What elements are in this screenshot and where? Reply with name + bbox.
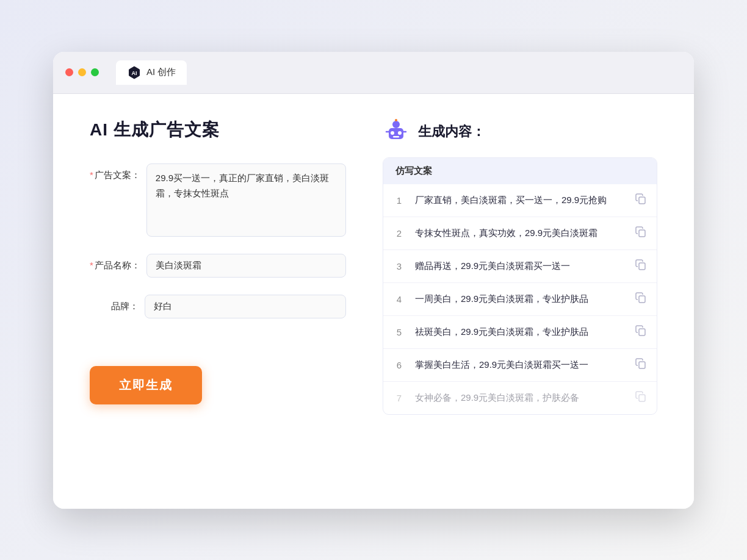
browser-titlebar: AI AI 创作 [53,52,694,94]
svg-rect-17 [639,395,645,401]
ad-required-star: * [90,170,93,180]
close-button[interactable] [65,68,73,76]
row-text: 赠品再送，29.9元美白淡斑霜买一送一 [415,259,625,273]
table-row: 3赠品再送，29.9元美白淡斑霜买一送一 [383,250,657,283]
svg-rect-16 [639,362,645,368]
row-text: 掌握美白生活，29.9元美白淡斑霜买一送一 [415,358,625,372]
ai-tab-icon: AI [127,65,142,80]
row-number: 2 [393,228,405,239]
svg-point-5 [398,131,402,135]
row-number: 5 [393,327,405,337]
row-number: 3 [393,261,405,271]
copy-icon[interactable] [635,292,647,307]
robot-icon [383,118,410,145]
minimize-button[interactable] [78,68,86,76]
table-row: 6掌握美白生活，29.9元美白淡斑霜买一送一 [383,349,657,382]
right-panel: 生成内容： 仿写文案 1厂家直销，美白淡斑霜，买一送一，29.9元抢购 2专抹女… [383,118,657,484]
left-panel: AI 生成广告文案 *广告文案： 29.9买一送一，真正的厂家直销，美白淡斑霜，… [90,118,346,484]
result-table: 仿写文案 1厂家直销，美白淡斑霜，买一送一，29.9元抢购 2专抹女性斑点，真实… [383,157,657,415]
product-name-label: *产品名称： [90,254,140,271]
row-number: 4 [393,294,405,304]
svg-text:AI: AI [132,70,137,76]
copy-icon[interactable] [635,259,647,274]
svg-rect-6 [393,136,399,138]
table-row: 5祛斑美白，29.9元美白淡斑霜，专业护肤品 [383,316,657,349]
svg-point-4 [391,131,394,135]
table-row: 1厂家直销，美白淡斑霜，买一送一，29.9元抢购 [383,184,657,217]
result-title: 生成内容： [418,123,485,141]
browser-content: AI 生成广告文案 *广告文案： 29.9买一送一，真正的厂家直销，美白淡斑霜，… [53,94,694,509]
row-number: 6 [393,360,405,370]
traffic-lights [65,68,99,76]
tab-label: AI 创作 [146,66,176,78]
table-row: 7女神必备，29.9元美白淡斑霜，护肤必备 [383,382,657,414]
svg-rect-14 [639,296,645,303]
copy-icon[interactable] [635,193,647,208]
product-name-input[interactable] [146,254,346,278]
generate-button[interactable]: 立即生成 [90,366,202,404]
svg-point-8 [395,119,397,121]
result-rows-container: 1厂家直销，美白淡斑霜，买一送一，29.9元抢购 2专抹女性斑点，真实功效，29… [383,184,657,414]
result-header: 生成内容： [383,118,657,145]
row-text: 祛斑美白，29.9元美白淡斑霜，专业护肤品 [415,325,625,339]
browser-window: AI AI 创作 AI 生成广告文案 *广告文案： 29.9买一送一，真正的厂家… [53,52,694,509]
row-text: 一周美白，29.9元美白淡斑霜，专业护肤品 [415,292,625,306]
result-table-header: 仿写文案 [383,158,657,184]
product-name-group: *产品名称： [90,254,346,278]
brand-input[interactable] [145,295,346,318]
product-required-star: * [90,260,93,270]
brand-group: 品牌： [90,295,346,318]
ai-tab[interactable]: AI AI 创作 [116,60,187,85]
brand-label: 品牌： [90,295,139,312]
row-number: 7 [393,393,405,403]
page-title: AI 生成广告文案 [90,118,346,142]
svg-rect-11 [639,197,645,204]
row-text: 女神必备，29.9元美白淡斑霜，护肤必备 [415,391,625,405]
row-number: 1 [393,195,405,206]
svg-rect-12 [639,230,645,237]
copy-icon[interactable] [635,390,647,406]
maximize-button[interactable] [91,68,99,76]
row-text: 厂家直销，美白淡斑霜，买一送一，29.9元抢购 [415,193,625,207]
copy-icon[interactable] [635,357,647,373]
copy-icon[interactable] [635,325,647,340]
svg-rect-13 [639,263,645,270]
copy-icon[interactable] [635,226,647,241]
table-row: 4一周美白，29.9元美白淡斑霜，专业护肤品 [383,283,657,316]
row-text: 专抹女性斑点，真实功效，29.9元美白淡斑霜 [415,226,625,240]
ad-text-group: *广告文案： 29.9买一送一，真正的厂家直销，美白淡斑霜，专抹女性斑点 [90,163,346,237]
ad-text-label: *广告文案： [90,163,140,181]
table-row: 2专抹女性斑点，真实功效，29.9元美白淡斑霜 [383,217,657,250]
ad-text-input[interactable]: 29.9买一送一，真正的厂家直销，美白淡斑霜，专抹女性斑点 [146,163,346,237]
svg-rect-15 [639,329,645,336]
